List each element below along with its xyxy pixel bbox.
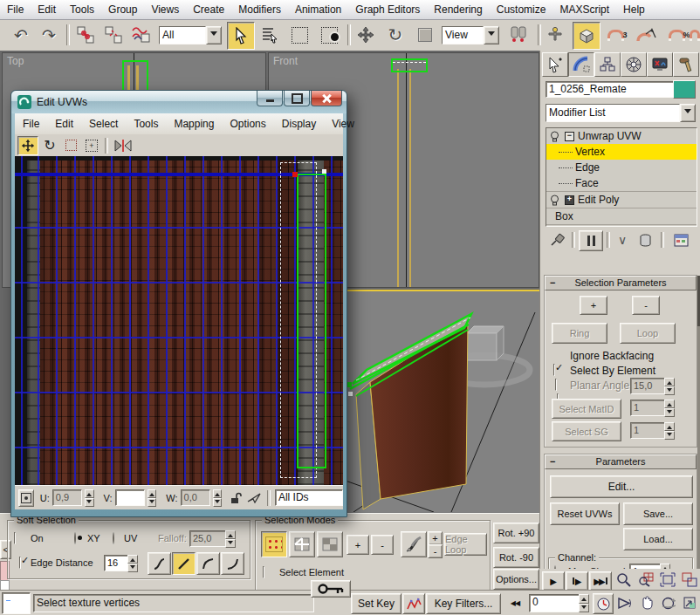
arc-rotate-button[interactable] bbox=[658, 593, 678, 612]
stack-row-unwrap-uvw[interactable]: − Unwrap UVW bbox=[546, 128, 697, 144]
pin-stack-button[interactable] bbox=[547, 230, 568, 249]
current-frame-field[interactable]: 0 bbox=[529, 594, 583, 612]
bind-to-space-warp-button[interactable] bbox=[129, 23, 154, 47]
select-and-scale-button[interactable] bbox=[412, 22, 438, 48]
load-uvws-button[interactable]: Load... bbox=[623, 528, 693, 550]
unlink-selection-button[interactable] bbox=[101, 23, 126, 47]
edge-distance-spinner[interactable] bbox=[127, 555, 138, 571]
frame-spinner[interactable] bbox=[579, 594, 589, 612]
rotate-plus-90-button[interactable]: Rot. +90 bbox=[493, 523, 539, 543]
ignore-backfacing-checkbox[interactable]: ✓ bbox=[553, 364, 555, 376]
edge-mode-button[interactable] bbox=[289, 531, 315, 557]
select-and-move-button[interactable] bbox=[353, 22, 379, 48]
uvw-menu-mapping[interactable]: Mapping bbox=[166, 115, 222, 133]
uvw-menu-file[interactable]: File bbox=[15, 115, 47, 133]
min-max-toggle-button[interactable] bbox=[680, 593, 699, 612]
collapse-icon[interactable]: − bbox=[565, 132, 574, 141]
soft-selection-on-checkbox[interactable] bbox=[14, 532, 16, 544]
uvw-scale-button[interactable] bbox=[61, 137, 80, 154]
tab-modify[interactable] bbox=[568, 52, 594, 77]
shrink-uv-selection-button[interactable]: - bbox=[632, 296, 660, 315]
show-end-result-button[interactable] bbox=[579, 230, 603, 251]
undo-button[interactable]: ↶ bbox=[9, 23, 33, 47]
u-field[interactable]: 0,9 bbox=[52, 489, 82, 506]
face-mode-button[interactable] bbox=[317, 531, 343, 557]
uvw-mirror-button[interactable] bbox=[112, 137, 134, 154]
menu-customize[interactable]: Customize bbox=[490, 1, 553, 19]
edit-uvws-open-button[interactable]: Edit... bbox=[550, 475, 693, 498]
w-field[interactable]: 0,0 bbox=[181, 489, 210, 506]
grow-uv-selection-button[interactable]: + bbox=[580, 296, 607, 315]
uvw-rotate-button[interactable]: ↻ bbox=[40, 137, 59, 154]
v-field[interactable] bbox=[115, 489, 145, 506]
select-sg-button[interactable]: Select SG bbox=[552, 421, 621, 441]
filter-selected-faces-button[interactable] bbox=[246, 489, 263, 507]
configure-modifier-sets-button[interactable] bbox=[669, 230, 692, 249]
minimize-button[interactable] bbox=[257, 91, 283, 106]
percent-snap-toggle-button[interactable]: % bbox=[663, 24, 690, 47]
absolute-offset-mode-button[interactable] bbox=[18, 489, 34, 507]
select-by-element-checkbox[interactable] bbox=[555, 379, 557, 391]
object-name-field[interactable]: 1_0256_Remate bbox=[546, 81, 675, 98]
lock-selected-vertices-button[interactable] bbox=[228, 489, 244, 507]
edge-distance-checkbox[interactable]: ✓ bbox=[19, 557, 21, 569]
set-key-button[interactable]: Set Key bbox=[351, 593, 401, 614]
menu-create[interactable]: Create bbox=[186, 1, 231, 19]
menu-help[interactable]: Help bbox=[616, 1, 652, 19]
menu-group[interactable]: Group bbox=[101, 1, 144, 19]
grow-selection-button[interactable]: + bbox=[347, 535, 369, 555]
field-of-view-button[interactable] bbox=[614, 593, 635, 612]
menu-rendering[interactable]: Rendering bbox=[427, 1, 489, 19]
uv-radio[interactable] bbox=[113, 532, 114, 544]
select-matid-button[interactable]: Select MatID bbox=[552, 399, 621, 419]
paint-shrink-button[interactable]: - bbox=[428, 544, 443, 558]
auto-key-curve-button[interactable] bbox=[402, 593, 425, 614]
menu-modifiers[interactable]: Modifiers bbox=[231, 1, 288, 19]
menu-edit[interactable]: Edit bbox=[31, 1, 63, 19]
uvw-menu-edit[interactable]: Edit bbox=[47, 115, 81, 133]
rectangular-selection-region-button[interactable] bbox=[286, 22, 312, 48]
menu-graph-editors[interactable]: Graph Editors bbox=[348, 1, 427, 19]
matid-spinner[interactable] bbox=[664, 400, 675, 416]
use-pivot-point-button[interactable] bbox=[504, 22, 532, 48]
falloff-field[interactable]: 25,0 bbox=[189, 530, 228, 547]
selection-filter-dropdown[interactable]: All bbox=[159, 26, 222, 44]
zoom-extents-button[interactable] bbox=[657, 571, 677, 589]
tab-create[interactable] bbox=[542, 52, 568, 77]
zoom-button[interactable] bbox=[614, 571, 634, 589]
paint-grow-button[interactable]: + bbox=[428, 531, 443, 545]
play-animation-button[interactable]: ▶ bbox=[542, 571, 565, 591]
uvw-menu-select[interactable]: Select bbox=[81, 115, 126, 133]
uvw-menu-tools[interactable]: Tools bbox=[126, 115, 166, 133]
maximize-button[interactable] bbox=[284, 91, 310, 106]
v-spinner[interactable] bbox=[148, 489, 157, 506]
go-to-end-button[interactable]: ▶▶ bbox=[589, 571, 612, 591]
edge-loop-button[interactable]: Edge Loop bbox=[444, 533, 487, 556]
select-and-rotate-button[interactable]: ↻ bbox=[382, 22, 408, 48]
select-object-button[interactable] bbox=[227, 22, 255, 50]
w-spinner[interactable] bbox=[213, 489, 223, 506]
tab-motion[interactable] bbox=[621, 52, 647, 77]
pan-view-button[interactable] bbox=[636, 593, 656, 612]
edit-uvws-titlebar[interactable]: Edit UVWs bbox=[11, 91, 347, 113]
shrink-selection-button[interactable]: - bbox=[371, 535, 394, 555]
tab-display[interactable] bbox=[647, 52, 673, 77]
uvw-move-button[interactable] bbox=[17, 136, 38, 155]
uvw-freeform-button[interactable]: + bbox=[82, 137, 101, 154]
remove-modifier-button[interactable] bbox=[635, 230, 655, 249]
loop-button[interactable]: Loop bbox=[620, 323, 676, 344]
maxscript-mini-listener[interactable] bbox=[2, 592, 31, 614]
stack-row-box[interactable]: Box bbox=[546, 208, 697, 225]
selected-vertex[interactable] bbox=[292, 172, 298, 177]
toggle-set-key-mode-button[interactable] bbox=[311, 580, 351, 598]
sg-spinner[interactable] bbox=[664, 422, 675, 439]
expand-icon[interactable]: + bbox=[565, 195, 574, 205]
snap-toggle-3d-button[interactable]: 3 bbox=[602, 24, 628, 47]
stack-row-edit-poly[interactable]: + Edit Poly bbox=[546, 191, 697, 208]
reference-coordinate-dropdown[interactable]: View bbox=[442, 26, 499, 44]
ring-button[interactable]: Ring bbox=[552, 323, 607, 344]
uvw-menu-display[interactable]: Display bbox=[274, 115, 324, 133]
falloff-slow-button[interactable] bbox=[221, 552, 244, 575]
falloff-linear-button[interactable] bbox=[172, 552, 196, 575]
tab-utilities[interactable] bbox=[673, 52, 699, 77]
